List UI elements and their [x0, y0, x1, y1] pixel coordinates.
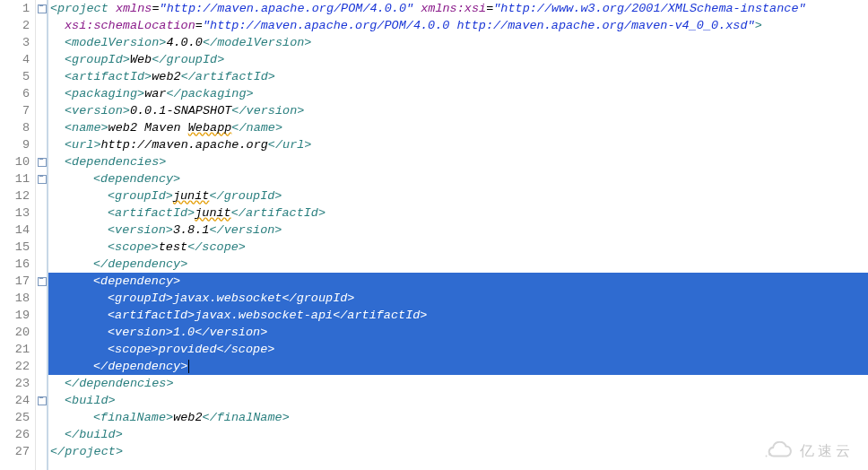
token-tag: <version> [108, 223, 173, 237]
token-tag: <artifactId> [65, 70, 152, 83]
code-line[interactable]: <name>web2 Maven Webapp</name> [48, 119, 868, 136]
code-editor[interactable]: 1234567891011121314151617181920212223242… [0, 0, 868, 470]
token-tag: </artifactId> [231, 206, 326, 220]
line-number: 15 [0, 239, 30, 256]
code-line[interactable]: <version>0.0.1-SNAPSHOT</version> [48, 102, 868, 119]
line-number: 13 [0, 205, 30, 222]
token-tag: </artifactId> [181, 70, 275, 83]
fold-toggle [36, 51, 47, 68]
token-txt: 3.8.1 [173, 223, 210, 237]
line-number: 14 [0, 222, 30, 239]
fold-toggle[interactable] [36, 170, 47, 187]
code-line[interactable]: </build> [48, 426, 868, 443]
token-tag: </dependency> [93, 257, 187, 271]
token-txt: javax.websocket-api [195, 309, 333, 322]
code-line[interactable]: <build> [48, 392, 868, 409]
token-txt [413, 2, 421, 15]
token-tag: <groupId> [108, 292, 173, 305]
token-tag: </groupId> [152, 53, 224, 66]
code-line[interactable]: <groupId>Web</groupId> [48, 51, 868, 68]
token-tag: </version> [231, 104, 304, 118]
code-line[interactable]: <scope>test</scope> [48, 239, 868, 256]
fold-toggle [36, 119, 47, 136]
token-tag: <dependencies> [65, 155, 166, 169]
code-line[interactable]: <project xmlns="http://maven.apache.org/… [48, 0, 868, 17]
token-txt: war [144, 87, 166, 100]
token-tag: <packaging> [65, 87, 144, 100]
code-line[interactable]: <dependency> [48, 273, 868, 290]
code-line[interactable]: <artifactId>junit</artifactId> [48, 205, 868, 222]
line-number: 9 [0, 136, 30, 153]
token-tag: <scope> [108, 240, 159, 254]
code-line[interactable]: <artifactId>web2</artifactId> [48, 68, 868, 85]
code-line[interactable]: xsi:schemaLocation="http://maven.apache.… [48, 17, 868, 34]
line-number: 10 [0, 153, 30, 170]
line-number: 23 [0, 375, 30, 392]
token-tag: </groupId> [209, 189, 282, 203]
token-attr: xmlns:xsi [421, 2, 486, 15]
line-number: 26 [0, 426, 30, 443]
token-tag: </name> [231, 121, 282, 135]
line-number: 20 [0, 324, 30, 341]
fold-toggle [36, 239, 47, 256]
fold-toggle [36, 85, 47, 102]
fold-toggle[interactable] [36, 153, 47, 170]
fold-toggle[interactable] [36, 392, 47, 409]
code-line[interactable]: <dependency> [48, 170, 868, 187]
token-tag: <artifactId> [108, 309, 195, 322]
code-line[interactable]: <version>3.8.1</version> [48, 222, 868, 239]
code-line[interactable]: <url>http://maven.apache.org</url> [48, 136, 868, 153]
code-line[interactable]: <version>1.0</version> [48, 324, 868, 341]
code-line[interactable]: <artifactId>javax.websocket-api</artifac… [48, 307, 868, 324]
fold-toggle [36, 205, 47, 222]
code-line[interactable]: <groupId>javax.websocket</groupId> [48, 290, 868, 307]
token-tag: </build> [65, 428, 123, 441]
code-line[interactable]: <scope>provided</scope> [48, 341, 868, 358]
fold-toggle [36, 358, 47, 375]
fold-toggle [36, 68, 47, 85]
code-line[interactable]: <modelVersion>4.0.0</modelVersion> [48, 34, 868, 51]
token-tag: <groupId> [108, 189, 173, 203]
fold-toggle [36, 375, 47, 392]
fold-toggle [36, 307, 47, 324]
fold-toggle[interactable] [36, 0, 47, 17]
token-tag: <groupId> [65, 53, 130, 66]
token-str: "http://maven.apache.org/POM/4.0.0" [160, 2, 414, 15]
code-line[interactable]: <packaging>war</packaging> [48, 85, 868, 102]
code-line[interactable]: <groupId>junit</groupId> [48, 187, 868, 205]
token-tag: </project> [50, 445, 123, 458]
line-number: 21 [0, 341, 30, 358]
svg-point-1 [766, 456, 768, 457]
token-tag: </finalName> [203, 411, 290, 424]
token-txt: junit [195, 206, 231, 220]
line-number: 8 [0, 119, 30, 136]
line-number: 24 [0, 392, 30, 409]
code-line[interactable]: </dependency> [48, 256, 868, 273]
code-line[interactable]: </dependency> [48, 358, 868, 375]
fold-toggle [36, 102, 47, 119]
code-area[interactable]: <project xmlns="http://maven.apache.org/… [48, 0, 868, 470]
token-txt: Web [130, 53, 152, 66]
token-str: "http://maven.apache.org/POM/4.0.0 http:… [203, 19, 755, 32]
token-attr: xmlns [116, 2, 152, 15]
token-txt: test [159, 240, 187, 254]
token-tag: <project [50, 2, 108, 15]
fold-toggle [36, 426, 47, 443]
fold-column[interactable] [36, 0, 48, 470]
code-line[interactable]: <finalName>web2</finalName> [48, 409, 868, 426]
token-tag: <version> [108, 326, 173, 339]
token-tag: </modelVersion> [203, 36, 312, 49]
line-number: 25 [0, 409, 30, 426]
code-line[interactable]: </dependencies> [48, 375, 868, 392]
code-line[interactable]: </project> [48, 443, 868, 460]
line-number: 4 [0, 51, 30, 68]
fold-toggle [36, 409, 47, 426]
fold-toggle [36, 187, 47, 205]
token-txt: javax.websocket [173, 292, 282, 305]
line-number: 5 [0, 68, 30, 85]
svg-point-0 [768, 453, 771, 456]
line-number: 1 [0, 0, 30, 17]
fold-toggle[interactable] [36, 273, 47, 290]
fold-toggle [36, 290, 47, 307]
code-line[interactable]: <dependencies> [48, 153, 868, 170]
